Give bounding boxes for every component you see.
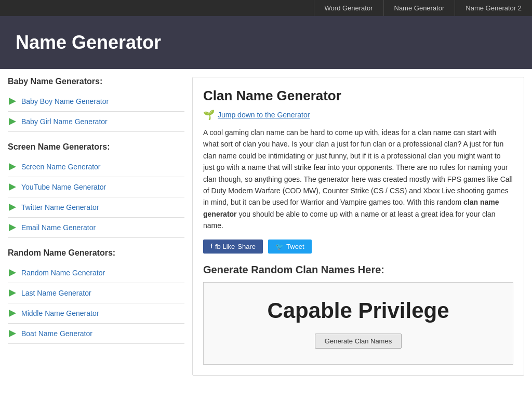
generate-section-title: Generate Random Clan Names Here: <box>203 264 513 276</box>
nav-name-generator[interactable]: Name Generator <box>383 0 455 16</box>
arrow-icon <box>8 223 17 232</box>
main-layout: Baby Name Generators: Baby Boy Name Gene… <box>0 69 532 383</box>
description-text-part1: A cool gaming clan name can be hard to c… <box>203 128 513 206</box>
svg-marker-4 <box>9 204 16 211</box>
sidebar-item-screen-name[interactable]: Screen Name Generator <box>8 157 184 177</box>
content-title: Clan Name Generator <box>203 88 513 104</box>
sidebar-item-twitter-name[interactable]: Twitter Name Generator <box>8 197 184 218</box>
svg-marker-0 <box>9 98 16 105</box>
arrow-icon <box>8 97 17 106</box>
svg-marker-2 <box>9 163 16 170</box>
main-content: Clan Name Generator 🌱 Jump down to the G… <box>192 77 524 376</box>
arrow-icon <box>8 117 17 126</box>
svg-marker-8 <box>9 310 16 317</box>
arrow-icon <box>8 329 17 338</box>
jump-link-container: 🌱 Jump down to the Generator <box>203 109 513 121</box>
arrow-icon <box>8 203 17 212</box>
plant-icon: 🌱 <box>203 109 215 121</box>
tweet-button[interactable]: 🐦 Tweet <box>268 240 312 254</box>
sidebar-section-screen-names: Screen Name Generators: <box>8 142 184 152</box>
top-navigation: Word Generator Name Generator Name Gener… <box>0 0 532 16</box>
sidebar-item-last-name[interactable]: Last Name Generator <box>8 283 184 303</box>
fb-like-label: fb Like <box>215 243 235 250</box>
page-header: Name Generator <box>0 16 532 69</box>
jump-to-generator-link[interactable]: Jump down to the Generator <box>218 111 310 119</box>
description-text-part2: you should be able to come up with a nam… <box>203 210 496 230</box>
svg-marker-1 <box>9 118 16 125</box>
sidebar-section-random-names: Random Name Generators: <box>8 248 184 258</box>
sidebar-item-random-name[interactable]: Random Name Generator <box>8 263 184 283</box>
arrow-icon <box>8 268 17 277</box>
arrow-icon <box>8 182 17 192</box>
generated-name: Capable Privilege <box>214 298 502 323</box>
sidebar-item-baby-boy[interactable]: Baby Boy Name Generator <box>8 91 184 112</box>
svg-marker-3 <box>9 183 16 191</box>
generate-clan-names-button[interactable]: Generate Clan Names <box>315 334 402 349</box>
svg-marker-9 <box>9 330 16 337</box>
arrow-icon <box>8 309 17 318</box>
arrow-icon <box>8 162 17 171</box>
svg-marker-6 <box>9 269 16 276</box>
sidebar-item-middle-name[interactable]: Middle Name Generator <box>8 303 184 324</box>
fb-share-label: Share <box>237 243 256 250</box>
sidebar-item-boat-name[interactable]: Boat Name Generator <box>8 324 184 344</box>
svg-marker-7 <box>9 289 16 297</box>
sidebar-item-youtube-name[interactable]: YouTube Name Generator <box>8 177 184 197</box>
arrow-icon <box>8 288 17 298</box>
content-description: A cool gaming clan name can be hard to c… <box>203 127 513 232</box>
nav-word-generator[interactable]: Word Generator <box>314 0 383 16</box>
svg-marker-5 <box>9 224 16 231</box>
nav-name-generator-2[interactable]: Name Generator 2 <box>455 0 532 16</box>
name-display-box: Capable Privilege Generate Clan Names <box>203 282 513 365</box>
sidebar: Baby Name Generators: Baby Boy Name Gene… <box>8 77 184 344</box>
social-buttons: f fb Like Share 🐦 Tweet <box>203 240 513 254</box>
sidebar-section-baby-names: Baby Name Generators: <box>8 77 184 86</box>
facebook-like-button[interactable]: f fb Like Share <box>203 240 263 254</box>
sidebar-item-baby-girl[interactable]: Baby Girl Name Generator <box>8 112 184 132</box>
page-title: Name Generator <box>16 32 522 54</box>
facebook-icon: f <box>210 243 212 250</box>
sidebar-item-email-name[interactable]: Email Name Generator <box>8 218 184 238</box>
tweet-label: Tweet <box>286 243 304 250</box>
twitter-bird-icon: 🐦 <box>275 243 284 250</box>
